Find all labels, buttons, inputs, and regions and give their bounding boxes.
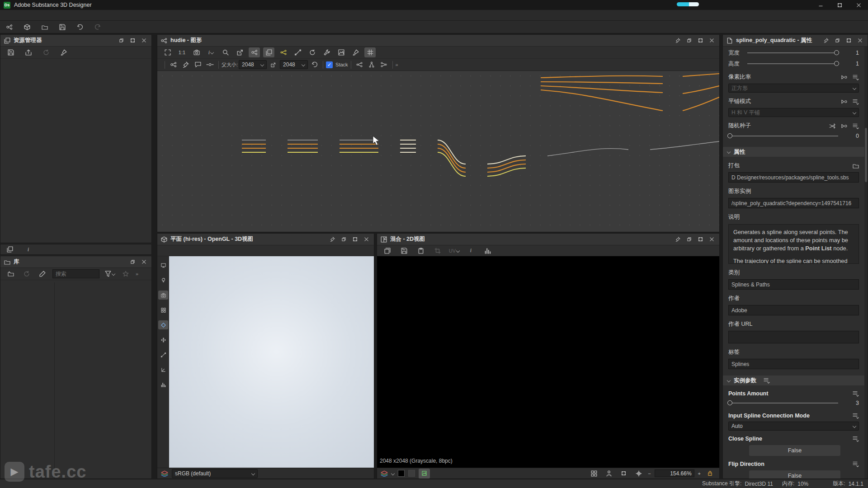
zoom-out-icon[interactable]: − [648,471,651,476]
pin-panel-icon[interactable] [674,235,682,244]
browse-folder-icon[interactable] [853,163,859,169]
float-panel-icon[interactable] [833,37,841,45]
material-icon[interactable] [158,320,168,329]
param-menu-icon[interactable] [853,99,859,105]
width-value[interactable]: 1 [843,50,859,56]
pin-panel-icon[interactable] [674,37,682,45]
pixel-ratio-icon[interactable] [618,469,629,479]
thumbnails-icon[interactable] [335,47,347,57]
flip-direction-toggle[interactable]: False [749,470,840,479]
function-icon[interactable] [841,74,847,80]
instance-node-icon[interactable] [168,60,179,70]
align-left-icon[interactable] [354,60,365,70]
undo-button[interactable] [74,22,85,32]
tags-field[interactable] [728,359,859,369]
pixel-ratio-select[interactable]: 正方形 [728,84,859,93]
info-tab-icon[interactable]: i [23,244,34,254]
tiling-grid-icon[interactable] [588,469,599,479]
new-package-button[interactable] [21,22,33,32]
zoom-in-icon[interactable]: + [698,471,701,476]
clean-package-button[interactable] [58,47,69,57]
export-package-button[interactable] [23,47,34,57]
param-menu-icon[interactable] [853,461,859,467]
parent-height-select[interactable]: 2048 [280,60,308,69]
view2d-viewport[interactable]: 2048 x2048 (Grayscale, 8bpc) [377,256,719,468]
bezier-links-icon[interactable] [292,47,303,57]
info-icon[interactable]: i [205,47,217,57]
maximize-button[interactable] [830,0,849,10]
add-folder-button[interactable] [5,269,16,279]
function-icon[interactable] [841,123,847,129]
search-input[interactable] [52,269,99,278]
view3d-viewport[interactable] [157,256,374,468]
properties-scrollbar[interactable] [864,47,868,479]
image-info-icon[interactable]: i [465,246,476,256]
fit-view-icon[interactable] [162,47,173,57]
close-panel-icon[interactable] [362,235,370,244]
background-swatch-gray[interactable] [408,470,415,477]
histogram-icon[interactable] [482,246,493,256]
param-menu-icon[interactable] [853,74,859,80]
open-button[interactable] [39,22,50,32]
close-button[interactable] [849,0,868,10]
save-button[interactable] [57,22,68,32]
tiling-select[interactable]: H 和 V 平铺 [728,108,859,117]
maximize-panel-icon[interactable] [351,235,359,244]
search-icon[interactable] [220,47,231,57]
center-view-icon[interactable] [633,469,644,479]
rotate-icon[interactable] [158,350,168,359]
stats-icon[interactable] [158,380,168,389]
instance-params-section-header[interactable]: 实例参数 [723,375,864,385]
zoom-level-field[interactable]: 154.66% [655,469,694,477]
param-menu-icon[interactable] [853,390,859,397]
close-panel-icon[interactable] [708,235,716,244]
maximize-panel-icon[interactable] [696,37,704,45]
preview-image-button[interactable] [419,469,430,479]
connections-icon[interactable] [278,47,289,57]
height-slider[interactable] [747,63,838,64]
conn-mode-select[interactable]: Auto [728,422,859,431]
width-slider[interactable] [747,52,838,53]
graph-instance-field[interactable] [728,198,859,208]
maximize-panel-icon[interactable] [844,37,853,45]
section-menu-icon[interactable] [764,377,770,384]
author-url-field[interactable] [728,331,859,343]
param-menu-icon[interactable] [853,123,859,129]
filter-icon[interactable] [104,269,115,279]
uv-toggle[interactable]: UV [448,246,460,256]
float-panel-icon[interactable] [117,37,125,45]
points-amount-value[interactable]: 3 [843,400,859,406]
graph-canvas[interactable] [157,71,719,232]
camera-icon[interactable] [158,291,168,300]
refresh-library-button[interactable] [21,269,32,279]
author-field[interactable] [728,305,859,315]
maximize-panel-icon[interactable] [696,235,704,244]
channels-layers-icon[interactable] [381,470,388,477]
pin-panel-icon[interactable] [328,235,336,244]
pin-panel-icon[interactable] [822,37,830,45]
save-package-button[interactable] [5,47,16,57]
align-center-icon[interactable] [366,60,377,70]
link-size-icon[interactable] [268,60,279,70]
edit-library-button[interactable] [37,269,48,279]
close-panel-icon[interactable] [708,37,716,45]
points-amount-slider[interactable] [728,403,838,404]
pin-node-icon[interactable] [180,60,191,70]
seed-slider[interactable] [728,136,838,136]
colorspace-select[interactable]: sRGB (default) [172,469,258,478]
package-field[interactable] [728,172,859,183]
move-icon[interactable] [158,335,168,344]
screenshot-icon[interactable] [191,47,202,57]
stack-checkbox[interactable]: ✓ [326,61,333,68]
dot-node-icon[interactable] [204,60,216,70]
favorites-filter-icon[interactable] [120,269,131,279]
layers-mode-icon[interactable] [263,47,274,57]
background-swatch-black[interactable] [398,470,405,477]
minimize-button[interactable] [811,0,830,10]
function-icon[interactable] [841,99,847,105]
height-value[interactable]: 1 [843,61,859,67]
reset-size-icon[interactable] [309,60,320,70]
scale-reference-icon[interactable] [603,469,614,479]
actual-size-icon[interactable]: 1:1 [176,47,188,57]
description-box[interactable]: Generates a spline along several points.… [728,224,859,264]
